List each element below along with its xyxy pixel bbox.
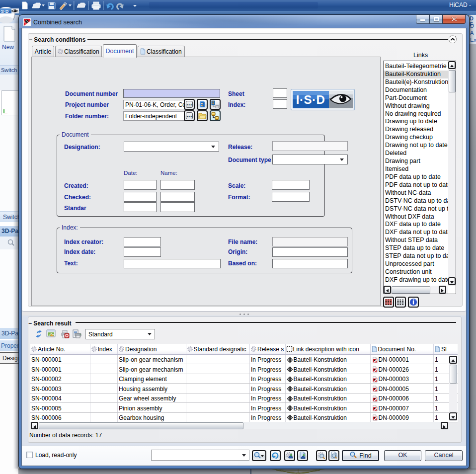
svg-text:·S·D: ·S·D [0,9,9,14]
svg-text:I·S·D: I·S·D [296,93,325,106]
